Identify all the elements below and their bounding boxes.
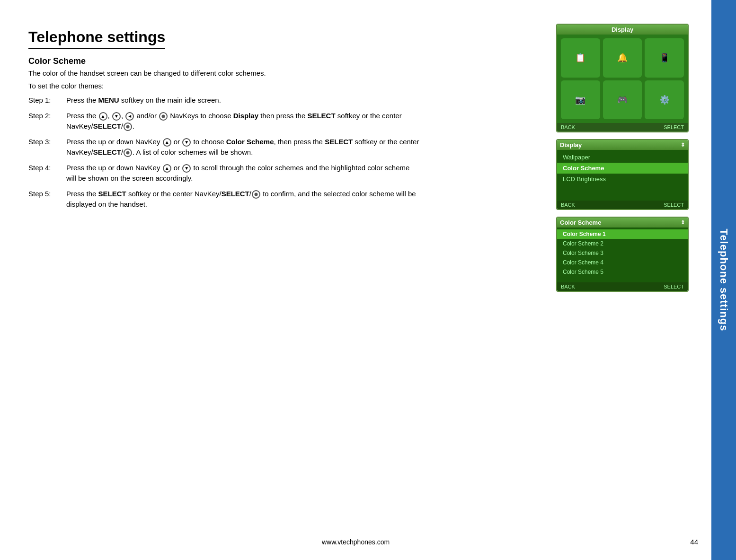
screen2-spacer	[557, 184, 688, 199]
screen3-back[interactable]: BACK	[561, 284, 575, 289]
step-2-label: Step 2:	[28, 111, 66, 132]
screen3-footer: BACK SELECT	[557, 282, 688, 291]
icon-5: 🎮	[603, 80, 642, 120]
footer: www.vtechphones.com	[0, 538, 711, 546]
screen2-select[interactable]: SELECT	[664, 202, 684, 208]
icon-6: ⚙️	[645, 80, 684, 120]
page-title: Telephone settings	[28, 28, 165, 49]
screen2-title: Display	[560, 141, 582, 149]
left-icon: ◄	[125, 112, 134, 121]
center-icon-2	[124, 122, 132, 131]
scheme-item-3[interactable]: Color Scheme 3	[557, 248, 688, 258]
footer-url: www.vtechphones.com	[322, 538, 390, 546]
phone-screen-3: Color Scheme ⇕ Color Scheme 1 Color Sche…	[556, 217, 689, 292]
menu-item-wallpaper[interactable]: Wallpaper	[557, 152, 688, 163]
icon-cell-5: 🎮	[603, 80, 642, 120]
up-icon-4: ▲	[163, 164, 171, 173]
screen3-title: Color Scheme	[560, 219, 601, 226]
icon-3: 📱	[645, 38, 684, 78]
screen1-select[interactable]: SELECT	[664, 124, 684, 130]
step-1-content: Press the MENU softkey on the main idle …	[66, 95, 421, 106]
icon-cell-6: ⚙️	[645, 80, 684, 120]
screen3-select[interactable]: SELECT	[664, 284, 684, 289]
scheme-item-4[interactable]: Color Scheme 4	[557, 258, 688, 267]
icon-4: 📷	[561, 80, 600, 120]
screen1-back[interactable]: BACK	[561, 124, 575, 130]
screen2-scroll-arrows: ⇕	[681, 142, 685, 148]
down-icon-3: ▼	[182, 138, 191, 147]
page-number: 44	[690, 538, 698, 546]
screen2-header: Display ⇕	[557, 140, 688, 150]
icon-cell-4: 📷	[561, 80, 600, 120]
icon-cell-2: 🔔	[603, 38, 642, 78]
step-4-label: Step 4:	[28, 163, 66, 184]
screen2-footer: BACK SELECT	[557, 201, 688, 209]
step-3-label: Step 3:	[28, 137, 66, 158]
phone-screen-2: Display ⇕ Wallpaper Color Scheme LCD Bri…	[556, 139, 689, 210]
up-icon: ▲	[99, 112, 107, 121]
phones-area: Display 📋 🔔 📱 📷 🎮 ⚙️ BACK SELECT Display…	[556, 24, 703, 292]
scheme-item-5[interactable]: Color Scheme 5	[557, 267, 688, 277]
down-icon: ▼	[112, 112, 121, 121]
phone-screen-1: Display 📋 🔔 📱 📷 🎮 ⚙️ BACK SELECT	[556, 24, 689, 132]
screen1-icons: 📋 🔔 📱 📷 🎮 ⚙️	[557, 35, 688, 123]
scheme-item-1[interactable]: Color Scheme 1	[557, 229, 688, 239]
icon-2: 🔔	[603, 38, 642, 78]
center-icon	[159, 112, 168, 121]
center-icon-5	[252, 190, 260, 199]
scheme-item-2[interactable]: Color Scheme 2	[557, 239, 688, 248]
center-icon-3	[124, 149, 132, 157]
side-tab-label: Telephone settings	[718, 229, 730, 332]
screen3-scroll-arrows: ⇕	[681, 219, 685, 226]
down-icon-4: ▼	[182, 164, 191, 173]
icon-cell-1: 📋	[561, 38, 600, 78]
step-1-label: Step 1:	[28, 95, 66, 106]
screen3-body: Color Scheme 1 Color Scheme 2 Color Sche…	[557, 228, 688, 282]
step-2-content: Press the ▲, ▼, ◄ and/or NavKeys to choo…	[66, 111, 421, 132]
step-5-content: Press the SELECT softkey or the center N…	[66, 189, 421, 210]
menu-item-lcd-brightness[interactable]: LCD Brightness	[557, 174, 688, 184]
step-3-content: Press the up or down NavKey ▲ or ▼ to ch…	[66, 137, 421, 158]
icon-cell-3: 📱	[645, 38, 684, 78]
step-5-label: Step 5:	[28, 189, 66, 210]
up-icon-3: ▲	[163, 138, 171, 147]
icon-1: 📋	[561, 38, 600, 78]
step-4-content: Press the up or down NavKey ▲ or ▼ to sc…	[66, 163, 421, 184]
screen3-header: Color Scheme ⇕	[557, 218, 688, 228]
side-tab: Telephone settings	[711, 0, 736, 560]
screen2-back[interactable]: BACK	[561, 202, 575, 208]
screen1-header: Display	[557, 25, 688, 35]
menu-item-color-scheme[interactable]: Color Scheme	[557, 163, 688, 174]
screen2-body: Wallpaper Color Scheme LCD Brightness	[557, 150, 688, 201]
screen1-footer: BACK SELECT	[557, 123, 688, 131]
screen3-spacer	[557, 277, 688, 280]
